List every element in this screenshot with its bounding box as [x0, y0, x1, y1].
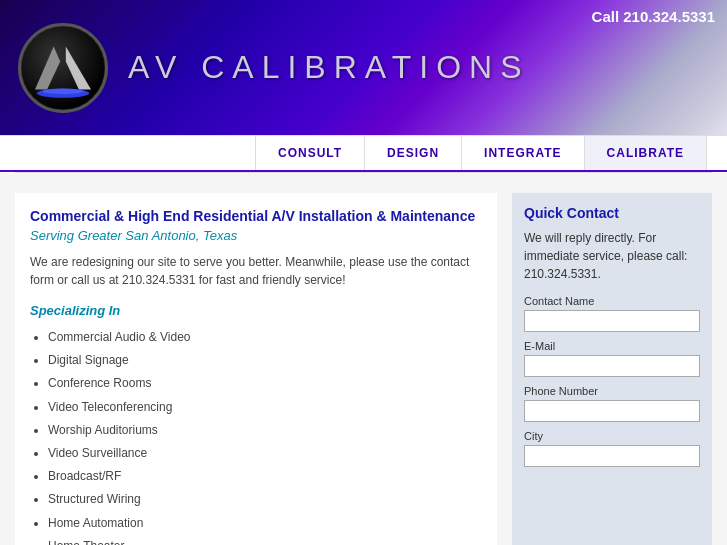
list-item: Digital Signage — [48, 349, 482, 371]
list-item: Home Automation — [48, 512, 482, 534]
list-item: Home Theater — [48, 535, 482, 545]
qc-label-name: Contact Name — [524, 295, 700, 307]
specializing-title: Specializing In — [30, 303, 482, 318]
qc-label-email: E-Mail — [524, 340, 700, 352]
main-heading: Commercial & High End Residential A/V In… — [30, 208, 482, 224]
main-content: Commercial & High End Residential A/V In… — [15, 193, 497, 545]
header-call: Call 210.324.5331 — [592, 8, 715, 25]
qc-input-phone[interactable] — [524, 400, 700, 422]
qc-label-city: City — [524, 430, 700, 442]
main-body: We are redesigning our site to serve you… — [30, 253, 482, 289]
list-item: Worship Auditoriums — [48, 419, 482, 441]
list-item: Conference Rooms — [48, 372, 482, 394]
list-item: Video Teleconferencing — [48, 396, 482, 418]
logo-svg — [21, 23, 105, 113]
logo — [18, 23, 108, 113]
content-area: Commercial & High End Residential A/V In… — [0, 173, 727, 545]
brand-title: AV CALIBRATIONS — [128, 49, 530, 86]
nav-consult[interactable]: CONSULT — [255, 136, 365, 170]
list-item: Broadcast/RF — [48, 465, 482, 487]
qc-input-email[interactable] — [524, 355, 700, 377]
nav-calibrate[interactable]: CALIBRATE — [585, 136, 707, 170]
qc-title: Quick Contact — [524, 205, 700, 221]
list-item: Video Surveillance — [48, 442, 482, 464]
list-item: Structured Wiring — [48, 488, 482, 510]
quick-contact-panel: Quick Contact We will reply directly. Fo… — [512, 193, 712, 545]
qc-label-phone: Phone Number — [524, 385, 700, 397]
qc-input-name[interactable] — [524, 310, 700, 332]
qc-input-city[interactable] — [524, 445, 700, 467]
list-item: Commercial Audio & Video — [48, 326, 482, 348]
qc-body: We will reply directly. For immediate se… — [524, 229, 700, 283]
nav-design[interactable]: DESIGN — [365, 136, 462, 170]
header: Call 210.324.5331 AV CALIBRATIONS — [0, 0, 727, 135]
main-subheading: Serving Greater San Antonio, Texas — [30, 228, 482, 243]
svg-point-5 — [42, 88, 83, 94]
specializing-list: Commercial Audio & Video Digital Signage… — [30, 326, 482, 545]
navbar: CONSULT DESIGN INTEGRATE CALIBRATE — [0, 135, 727, 172]
nav-integrate[interactable]: INTEGRATE — [462, 136, 584, 170]
